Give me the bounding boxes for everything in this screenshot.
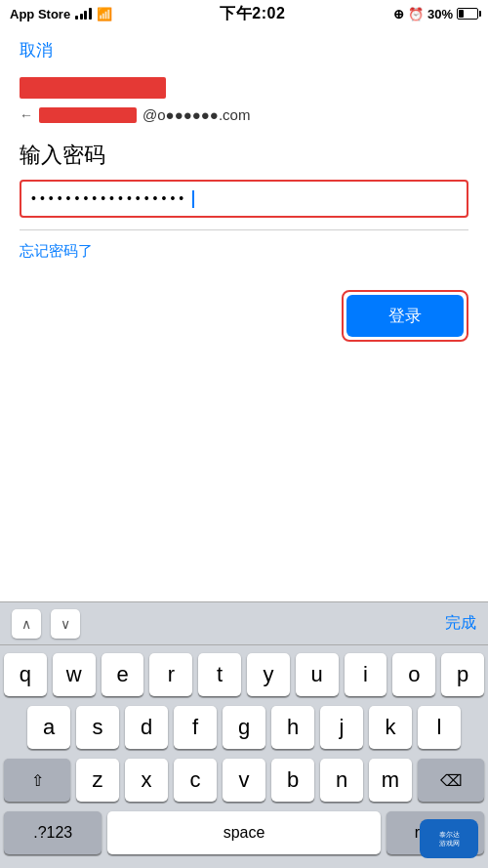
key-i[interactable]: i xyxy=(345,653,387,696)
key-m[interactable]: m xyxy=(369,759,412,802)
password-input-wrapper[interactable]: •••••••••••••••••• xyxy=(20,180,468,218)
main-content: 取消 ← @o●●●●●●.com 输入密码 •••••••••••••••••… xyxy=(0,27,488,381)
watermark-text: 泰尔达游戏网 xyxy=(439,830,460,847)
key-k[interactable]: k xyxy=(369,706,412,749)
location-icon: ⊕ xyxy=(393,7,404,21)
arrow-down-button[interactable]: ∨ xyxy=(51,609,80,639)
status-time: 下午2:02 xyxy=(220,4,285,24)
key-q[interactable]: q xyxy=(4,653,47,696)
battery-percent: 30% xyxy=(427,7,453,21)
watermark: 泰尔达游戏网 xyxy=(420,819,478,858)
key-x[interactable]: x xyxy=(125,759,168,802)
arrow-up-button[interactable]: ∧ xyxy=(12,609,41,639)
key-y[interactable]: y xyxy=(247,653,290,696)
key-r[interactable]: r xyxy=(149,653,192,696)
password-underline xyxy=(20,229,468,230)
toolbar-arrows: ∧ ∨ xyxy=(12,609,80,639)
signal-bar-2 xyxy=(80,14,83,20)
signal-bars-icon xyxy=(75,8,92,20)
signal-bar-3 xyxy=(84,11,87,20)
status-left: App Store 📶 xyxy=(10,7,112,21)
key-row-1: q w e r t y u i o p xyxy=(4,653,484,696)
key-h[interactable]: h xyxy=(271,706,314,749)
email-redacted xyxy=(39,107,137,123)
key-b[interactable]: b xyxy=(271,759,314,802)
password-section-label: 输入密码 xyxy=(20,141,468,170)
email-suffix: @o●●●●●●.com xyxy=(142,106,250,123)
key-row-4: .?123 space return xyxy=(4,811,484,854)
key-row-2: a s d f g h j k l xyxy=(4,706,484,749)
done-button[interactable]: 完成 xyxy=(445,613,476,634)
wifi-icon: 📶 xyxy=(97,7,112,21)
back-arrow-icon: ← xyxy=(20,107,33,123)
password-dots: •••••••••••••••••• xyxy=(31,190,187,206)
key-u[interactable]: u xyxy=(296,653,339,696)
app-store-label: App Store xyxy=(10,7,70,21)
delete-button[interactable]: ⌫ xyxy=(418,759,484,802)
key-n[interactable]: n xyxy=(320,759,363,802)
key-o[interactable]: o xyxy=(392,653,435,696)
key-z[interactable]: z xyxy=(76,759,119,802)
key-p[interactable]: p xyxy=(441,653,484,696)
key-t[interactable]: t xyxy=(198,653,241,696)
email-row: ← @o●●●●●●.com xyxy=(20,106,468,123)
key-e[interactable]: e xyxy=(102,653,144,696)
key-w[interactable]: w xyxy=(53,653,96,696)
key-v[interactable]: v xyxy=(223,759,265,802)
login-button[interactable]: 登录 xyxy=(346,295,464,337)
login-button-row: 登录 xyxy=(20,290,468,342)
keyboard-area: ∧ ∨ 完成 q w e r t y u i o p a s d f g h j… xyxy=(0,601,488,868)
keyboard-rows: q w e r t y u i o p a s d f g h j k l ⇧ … xyxy=(0,645,488,868)
status-right: ⊕ ⏰ 30% xyxy=(393,7,478,21)
key-j[interactable]: j xyxy=(320,706,363,749)
password-cursor xyxy=(192,190,194,208)
key-s[interactable]: s xyxy=(76,706,119,749)
key-row-3: ⇧ z x c v b n m ⌫ xyxy=(4,759,484,802)
key-c[interactable]: c xyxy=(174,759,217,802)
key-g[interactable]: g xyxy=(223,706,265,749)
shift-button[interactable]: ⇧ xyxy=(4,759,70,802)
key-d[interactable]: d xyxy=(125,706,168,749)
key-a[interactable]: a xyxy=(27,706,70,749)
alarm-icon: ⏰ xyxy=(408,7,424,21)
cancel-button[interactable]: 取消 xyxy=(20,39,53,62)
battery-icon xyxy=(457,8,478,20)
forgot-password-link[interactable]: 忘记密码了 xyxy=(20,242,468,261)
signal-bar-1 xyxy=(75,16,78,20)
key-l[interactable]: l xyxy=(418,706,461,749)
signal-bar-4 xyxy=(89,8,92,20)
account-name-redacted xyxy=(20,77,166,99)
key-f[interactable]: f xyxy=(174,706,217,749)
numbers-button[interactable]: .?123 xyxy=(4,811,102,854)
status-bar: App Store 📶 下午2:02 ⊕ ⏰ 30% xyxy=(0,0,488,27)
keyboard-toolbar: ∧ ∨ 完成 xyxy=(0,602,488,645)
login-button-wrapper: 登录 xyxy=(342,290,468,342)
battery-fill xyxy=(459,10,464,18)
space-button[interactable]: space xyxy=(107,811,380,854)
